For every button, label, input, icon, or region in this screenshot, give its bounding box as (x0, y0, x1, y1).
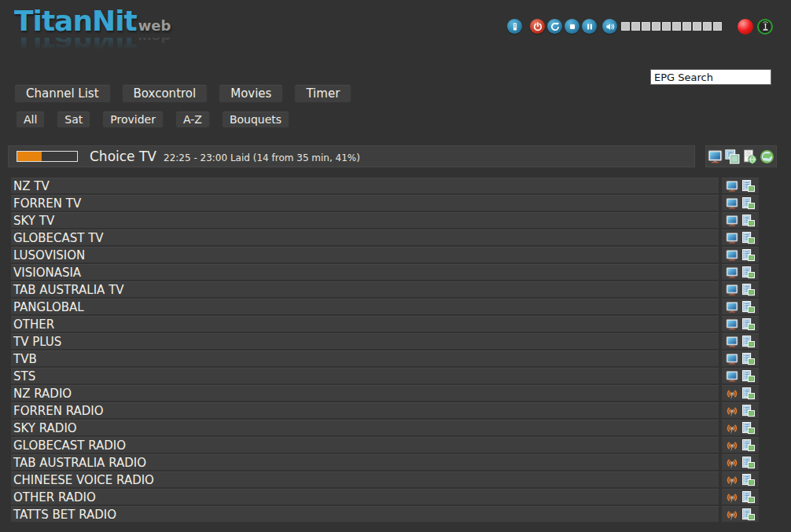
nav-timer-button[interactable]: Timer (294, 84, 351, 103)
nav-channel-list-button[interactable]: Channel List (14, 84, 111, 103)
channel-list-row: FORREN RADIO (11, 402, 759, 418)
tv-icon[interactable] (726, 370, 738, 383)
refresh-button[interactable] (547, 19, 562, 34)
channel-row[interactable]: OTHER (11, 316, 719, 332)
epg-list-icon[interactable] (742, 249, 755, 262)
filter-provider-button[interactable]: Provider (102, 111, 164, 128)
epg-list-icon[interactable] (742, 336, 755, 348)
channel-row[interactable]: GLOBECAST RADIO (11, 437, 719, 453)
epg-list-icon[interactable] (742, 457, 755, 469)
epg-list-icon[interactable] (742, 353, 755, 365)
app-logo: TitanNit web TitanNit web (14, 5, 171, 58)
tv-icon[interactable] (726, 215, 738, 227)
channel-row[interactable]: TATTS BET RADIO (11, 506, 719, 522)
channel-row[interactable]: SKY RADIO (11, 420, 719, 435)
channel-row[interactable]: LUSOVISION (11, 247, 719, 262)
epg-list-icon[interactable] (742, 387, 755, 400)
channel-row[interactable]: CHINEESE VOICE RADIO (11, 471, 719, 487)
volume-step[interactable] (621, 22, 630, 31)
volume-button[interactable] (602, 19, 617, 34)
channel-row-actions (722, 420, 759, 435)
epg-list-icon[interactable] (742, 318, 755, 331)
channel-row[interactable]: NZ TV (11, 178, 719, 193)
volume-bar[interactable] (621, 22, 723, 31)
epg-doc-globe-icon[interactable] (742, 149, 757, 164)
channel-row-actions (722, 471, 759, 487)
volume-step[interactable] (682, 22, 691, 31)
pause-button[interactable] (582, 19, 597, 34)
channel-name: TAB AUSTRALIA TV (13, 283, 124, 297)
volume-step[interactable] (703, 22, 712, 31)
volume-step[interactable] (631, 22, 640, 31)
epg-list-icon[interactable] (742, 232, 755, 244)
filter-all-button[interactable]: All (16, 111, 45, 128)
channel-row[interactable]: NZ RADIO (11, 385, 719, 401)
stream-button[interactable] (757, 19, 773, 35)
channel-name: GLOBECAST TV (13, 231, 104, 245)
epg-list-icon[interactable] (742, 370, 755, 383)
epg-list-icon[interactable] (742, 266, 755, 279)
radio-icon[interactable] (726, 439, 738, 452)
filter-bouquets-button[interactable]: Bouquets (222, 111, 289, 128)
epg-list-icon[interactable] (742, 422, 755, 435)
record-indicator-icon[interactable] (738, 19, 753, 35)
radio-icon[interactable] (726, 474, 738, 486)
tv-icon[interactable] (726, 353, 738, 365)
filter-sat-button[interactable]: Sat (57, 111, 90, 128)
pip-windows-icon[interactable] (725, 149, 740, 164)
channel-row[interactable]: TV PLUS (11, 333, 719, 349)
epg-search-input[interactable] (650, 69, 771, 85)
radio-icon[interactable] (726, 457, 738, 469)
volume-step[interactable] (693, 22, 701, 31)
channel-row[interactable]: SKY TV (11, 212, 719, 228)
pause-icon (585, 22, 594, 31)
nav-boxcontrol-button[interactable]: Boxcontrol (122, 84, 208, 103)
channel-row[interactable]: PANGLOBAL (11, 299, 719, 314)
tv-icon[interactable] (726, 249, 738, 262)
volume-step[interactable] (713, 22, 722, 31)
radio-icon[interactable] (726, 491, 738, 504)
tv-screen-icon[interactable] (708, 149, 723, 164)
tv-icon[interactable] (726, 232, 738, 244)
tv-icon[interactable] (726, 336, 738, 348)
epg-list-icon[interactable] (742, 197, 755, 210)
epg-list-icon[interactable] (742, 491, 755, 504)
volume-step[interactable] (672, 22, 681, 31)
epg-list-icon[interactable] (742, 284, 755, 296)
remote-button[interactable] (507, 19, 522, 34)
tv-icon[interactable] (726, 197, 738, 210)
epg-list-icon[interactable] (742, 508, 755, 521)
volume-step[interactable] (652, 22, 660, 31)
epg-list-icon[interactable] (742, 301, 755, 314)
epg-list-icon[interactable] (742, 405, 755, 417)
radio-icon[interactable] (726, 405, 738, 417)
volume-step[interactable] (662, 22, 671, 31)
channel-row[interactable]: TAB AUSTRALIA RADIO (11, 454, 719, 470)
tv-icon[interactable] (726, 180, 738, 193)
channel-row[interactable]: OTHER RADIO (11, 489, 719, 504)
filter-az-button[interactable]: A-Z (175, 111, 210, 128)
tv-icon[interactable] (726, 284, 738, 296)
tv-icon[interactable] (726, 266, 738, 279)
radio-icon[interactable] (726, 508, 738, 521)
channel-row[interactable]: FORREN TV (11, 195, 719, 211)
channel-row[interactable]: TVB (11, 350, 719, 366)
radio-icon[interactable] (726, 387, 738, 400)
globe-icon[interactable] (760, 149, 774, 164)
channel-row[interactable]: STS (11, 368, 719, 383)
channel-row[interactable]: VISIONASIA (11, 264, 719, 280)
epg-list-icon[interactable] (742, 180, 755, 193)
channel-row[interactable]: GLOBECAST TV (11, 229, 719, 245)
power-button[interactable] (530, 19, 545, 34)
volume-step[interactable] (642, 22, 650, 31)
tv-icon[interactable] (726, 301, 738, 314)
radio-icon[interactable] (726, 422, 738, 435)
epg-list-icon[interactable] (742, 439, 755, 452)
epg-list-icon[interactable] (742, 474, 755, 486)
channel-row[interactable]: FORREN RADIO (11, 402, 719, 418)
nav-movies-button[interactable]: Movies (219, 84, 283, 103)
channel-row[interactable]: TAB AUSTRALIA TV (11, 281, 719, 297)
stop-button[interactable] (565, 19, 579, 34)
epg-list-icon[interactable] (742, 215, 755, 227)
tv-icon[interactable] (726, 318, 738, 331)
